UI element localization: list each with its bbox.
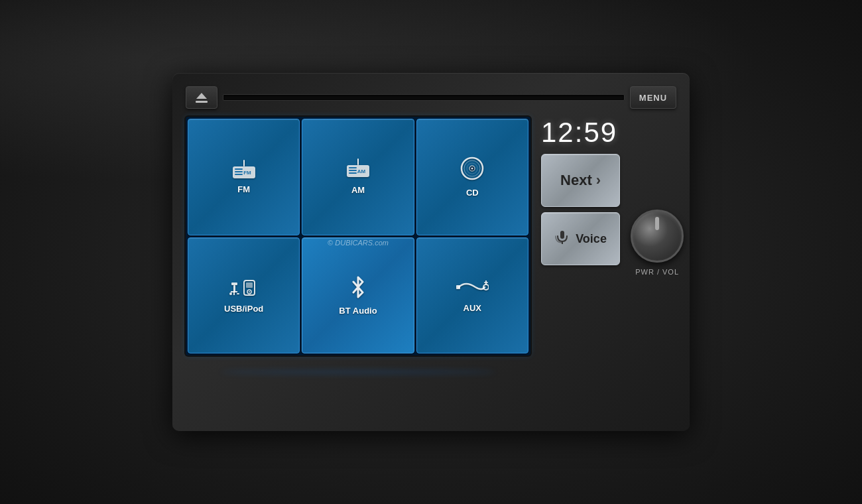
aux-button[interactable]: AUX: [416, 237, 528, 354]
svg-rect-27: [456, 285, 460, 289]
am-label: AM: [351, 185, 365, 195]
svg-point-15: [471, 168, 473, 170]
svg-rect-0: [243, 160, 245, 166]
voice-button[interactable]: Voice: [541, 212, 620, 265]
volume-knob[interactable]: [631, 210, 684, 263]
am-button[interactable]: AM AM: [302, 119, 414, 235]
fm-radio-icon: FM: [229, 159, 259, 180]
car-radio-background: MENU: [0, 0, 862, 504]
next-button[interactable]: Next ›: [541, 154, 620, 207]
eject-triangle-icon: [196, 93, 207, 99]
svg-text:AM: AM: [357, 168, 366, 174]
svg-rect-22: [237, 293, 239, 294]
cd-disc-icon: [460, 156, 485, 184]
main-area: FM FM: [186, 117, 676, 369]
bottom-area: [186, 375, 676, 415]
bt-audio-button[interactable]: BT Audio: [302, 237, 414, 354]
next-chevron-icon: ›: [596, 172, 601, 189]
usb-button[interactable]: USB/iPod: [188, 237, 300, 354]
svg-rect-17: [233, 285, 235, 292]
cd-slot: [223, 94, 625, 101]
svg-rect-6: [357, 158, 359, 165]
cd-label: CD: [466, 188, 479, 198]
screen: FM FM: [186, 117, 530, 355]
svg-rect-9: [349, 170, 357, 171]
svg-rect-3: [235, 171, 243, 172]
aux-cable-icon: [456, 278, 489, 299]
svg-point-21: [229, 292, 232, 295]
eject-button[interactable]: [186, 86, 217, 109]
svg-rect-10: [349, 172, 357, 174]
am-radio-icon: AM: [344, 158, 372, 181]
pwr-vol-label: PWR / VOL: [635, 268, 679, 276]
next-label: Next: [560, 172, 592, 189]
usb-label: USB/iPod: [224, 304, 263, 314]
screen-wrapper: FM FM: [186, 117, 530, 369]
cd-button[interactable]: CD: [416, 119, 528, 235]
radio-unit: MENU: [172, 73, 690, 431]
svg-rect-31: [560, 231, 564, 239]
voice-label: Voice: [576, 232, 607, 246]
svg-text:FM: FM: [243, 170, 251, 176]
fm-button[interactable]: FM FM: [188, 119, 300, 235]
fm-label: FM: [237, 184, 250, 194]
svg-rect-18: [231, 283, 237, 285]
bluetooth-icon: [348, 275, 368, 302]
bt-audio-label: BT Audio: [339, 306, 377, 316]
voice-icon: [554, 229, 570, 249]
menu-button[interactable]: MENU: [630, 86, 676, 109]
menu-label: MENU: [639, 93, 667, 103]
time-display: 12:59: [541, 117, 620, 149]
eject-bar-icon: [196, 101, 208, 103]
right-controls: PWR / VOL: [631, 117, 684, 369]
aux-label: AUX: [463, 303, 481, 313]
svg-rect-24: [246, 283, 253, 288]
top-bar: MENU: [186, 85, 676, 110]
svg-point-26: [249, 291, 250, 292]
svg-rect-8: [349, 167, 357, 168]
usb-ipod-icon: [228, 277, 260, 300]
svg-rect-4: [235, 174, 243, 175]
right-panel: 12:59 Next ›: [541, 117, 620, 369]
svg-rect-2: [235, 168, 243, 170]
